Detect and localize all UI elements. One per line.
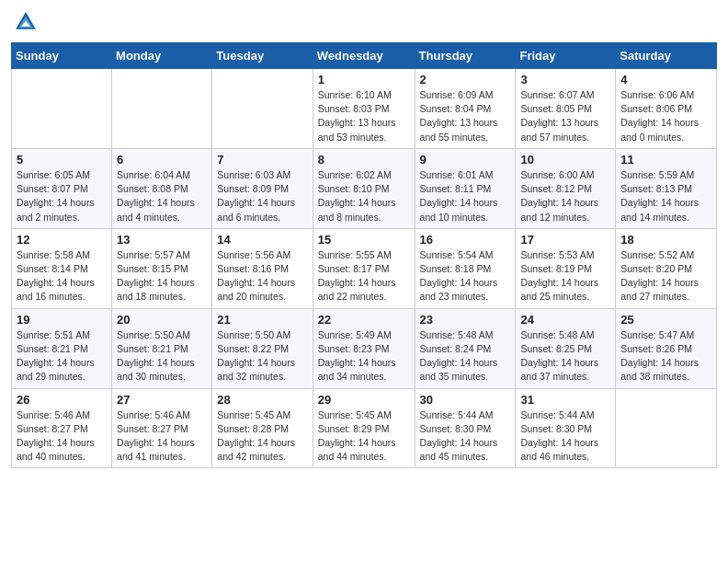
calendar-cell: 22Sunrise: 5:49 AM Sunset: 8:23 PM Dayli… (313, 308, 415, 388)
calendar-cell: 18Sunrise: 5:52 AM Sunset: 8:20 PM Dayli… (616, 228, 717, 308)
day-number: 2 (420, 73, 511, 86)
calendar-cell: 29Sunrise: 5:45 AM Sunset: 8:29 PM Dayli… (313, 388, 415, 468)
calendar-cell: 9Sunrise: 6:01 AM Sunset: 8:11 PM Daylig… (415, 148, 516, 228)
day-number: 22 (318, 313, 410, 327)
day-number: 13 (117, 233, 207, 247)
day-number: 9 (420, 153, 511, 167)
day-number: 25 (620, 313, 711, 327)
calendar-cell: 26Sunrise: 5:46 AM Sunset: 8:27 PM Dayli… (12, 388, 112, 468)
day-number: 18 (620, 233, 711, 247)
calendar-cell: 5Sunrise: 6:05 AM Sunset: 8:07 PM Daylig… (12, 148, 112, 228)
day-info: Sunrise: 5:47 AM Sunset: 8:26 PM Dayligh… (620, 328, 711, 385)
day-info: Sunrise: 5:50 AM Sunset: 8:21 PM Dayligh… (117, 328, 207, 385)
day-number: 30 (420, 393, 511, 407)
calendar-cell (12, 69, 112, 149)
day-info: Sunrise: 6:07 AM Sunset: 8:05 PM Dayligh… (520, 88, 610, 144)
day-number: 11 (620, 153, 711, 167)
calendar-cell: 24Sunrise: 5:48 AM Sunset: 8:25 PM Dayli… (516, 308, 616, 388)
calendar-week-row: 12Sunrise: 5:58 AM Sunset: 8:14 PM Dayli… (12, 228, 717, 308)
calendar-cell: 27Sunrise: 5:46 AM Sunset: 8:27 PM Dayli… (112, 388, 212, 468)
calendar-cell: 10Sunrise: 6:00 AM Sunset: 8:12 PM Dayli… (516, 148, 616, 228)
weekday-header-thursday: Thursday (415, 43, 516, 69)
calendar-cell: 21Sunrise: 5:50 AM Sunset: 8:22 PM Dayli… (212, 308, 313, 388)
day-info: Sunrise: 5:52 AM Sunset: 8:20 PM Dayligh… (620, 248, 711, 304)
day-number: 4 (620, 73, 711, 86)
day-info: Sunrise: 6:10 AM Sunset: 8:03 PM Dayligh… (318, 88, 410, 144)
calendar-week-row: 26Sunrise: 5:46 AM Sunset: 8:27 PM Dayli… (12, 388, 717, 468)
day-info: Sunrise: 5:46 AM Sunset: 8:27 PM Dayligh… (17, 408, 107, 465)
day-number: 29 (318, 393, 410, 407)
weekday-header-sunday: Sunday (12, 43, 112, 69)
day-number: 3 (520, 73, 610, 86)
day-number: 14 (217, 233, 307, 247)
header (11, 9, 717, 35)
calendar-cell (212, 69, 313, 149)
day-info: Sunrise: 6:00 AM Sunset: 8:12 PM Dayligh… (520, 168, 610, 224)
calendar-cell: 1Sunrise: 6:10 AM Sunset: 8:03 PM Daylig… (313, 69, 415, 149)
day-number: 23 (420, 313, 511, 327)
day-info: Sunrise: 6:05 AM Sunset: 8:07 PM Dayligh… (17, 168, 107, 224)
weekday-header-wednesday: Wednesday (313, 43, 415, 69)
calendar-cell: 14Sunrise: 5:56 AM Sunset: 8:16 PM Dayli… (212, 228, 313, 308)
day-info: Sunrise: 5:48 AM Sunset: 8:25 PM Dayligh… (520, 328, 610, 385)
day-number: 12 (17, 233, 107, 247)
calendar-cell: 19Sunrise: 5:51 AM Sunset: 8:21 PM Dayli… (12, 308, 112, 388)
calendar-week-row: 5Sunrise: 6:05 AM Sunset: 8:07 PM Daylig… (12, 148, 717, 228)
calendar-cell: 3Sunrise: 6:07 AM Sunset: 8:05 PM Daylig… (516, 69, 616, 149)
day-info: Sunrise: 5:59 AM Sunset: 8:13 PM Dayligh… (620, 168, 711, 224)
day-info: Sunrise: 6:06 AM Sunset: 8:06 PM Dayligh… (620, 88, 711, 144)
day-info: Sunrise: 6:03 AM Sunset: 8:09 PM Dayligh… (217, 168, 307, 224)
day-number: 27 (117, 393, 207, 407)
weekday-header-monday: Monday (112, 43, 212, 69)
weekday-header-friday: Friday (516, 43, 616, 69)
day-number: 19 (17, 313, 107, 327)
logo (11, 9, 40, 35)
calendar-cell: 20Sunrise: 5:50 AM Sunset: 8:21 PM Dayli… (112, 308, 212, 388)
calendar-cell: 31Sunrise: 5:44 AM Sunset: 8:30 PM Dayli… (516, 388, 616, 468)
day-number: 21 (217, 313, 307, 327)
day-number: 10 (520, 153, 610, 167)
day-number: 6 (117, 153, 207, 167)
day-info: Sunrise: 5:55 AM Sunset: 8:17 PM Dayligh… (318, 248, 410, 304)
day-info: Sunrise: 5:45 AM Sunset: 8:29 PM Dayligh… (318, 408, 410, 465)
calendar-cell: 4Sunrise: 6:06 AM Sunset: 8:06 PM Daylig… (616, 69, 717, 149)
calendar-cell: 17Sunrise: 5:53 AM Sunset: 8:19 PM Dayli… (516, 228, 616, 308)
day-number: 1 (318, 73, 410, 86)
day-info: Sunrise: 5:49 AM Sunset: 8:23 PM Dayligh… (318, 328, 410, 385)
calendar-cell: 15Sunrise: 5:55 AM Sunset: 8:17 PM Dayli… (313, 228, 415, 308)
day-number: 24 (520, 313, 610, 327)
day-number: 26 (17, 393, 107, 407)
calendar-cell: 6Sunrise: 6:04 AM Sunset: 8:08 PM Daylig… (112, 148, 212, 228)
day-number: 20 (117, 313, 207, 327)
calendar-cell: 7Sunrise: 6:03 AM Sunset: 8:09 PM Daylig… (212, 148, 313, 228)
day-info: Sunrise: 5:44 AM Sunset: 8:30 PM Dayligh… (520, 408, 610, 465)
day-info: Sunrise: 5:50 AM Sunset: 8:22 PM Dayligh… (217, 328, 307, 385)
day-number: 16 (420, 233, 511, 247)
day-number: 8 (318, 153, 410, 167)
calendar-week-row: 1Sunrise: 6:10 AM Sunset: 8:03 PM Daylig… (12, 69, 717, 149)
calendar-table: SundayMondayTuesdayWednesdayThursdayFrid… (11, 42, 717, 468)
day-info: Sunrise: 5:57 AM Sunset: 8:15 PM Dayligh… (117, 248, 207, 304)
calendar-cell (112, 69, 212, 149)
day-info: Sunrise: 5:56 AM Sunset: 8:16 PM Dayligh… (217, 248, 307, 304)
calendar-cell: 28Sunrise: 5:45 AM Sunset: 8:28 PM Dayli… (212, 388, 313, 468)
day-number: 31 (520, 393, 610, 407)
day-info: Sunrise: 5:51 AM Sunset: 8:21 PM Dayligh… (17, 328, 107, 385)
day-number: 5 (17, 153, 107, 167)
calendar-cell (616, 388, 717, 468)
day-number: 28 (217, 393, 307, 407)
weekday-header-row: SundayMondayTuesdayWednesdayThursdayFrid… (12, 43, 717, 69)
day-info: Sunrise: 5:53 AM Sunset: 8:19 PM Dayligh… (520, 248, 610, 304)
day-number: 15 (318, 233, 410, 247)
calendar-cell: 16Sunrise: 5:54 AM Sunset: 8:18 PM Dayli… (415, 228, 516, 308)
day-info: Sunrise: 6:01 AM Sunset: 8:11 PM Dayligh… (420, 168, 511, 224)
calendar-cell: 25Sunrise: 5:47 AM Sunset: 8:26 PM Dayli… (616, 308, 717, 388)
day-info: Sunrise: 5:58 AM Sunset: 8:14 PM Dayligh… (17, 248, 107, 304)
logo-icon (13, 9, 39, 35)
weekday-header-tuesday: Tuesday (212, 43, 313, 69)
day-number: 17 (520, 233, 610, 247)
calendar-cell: 11Sunrise: 5:59 AM Sunset: 8:13 PM Dayli… (616, 148, 717, 228)
day-info: Sunrise: 5:54 AM Sunset: 8:18 PM Dayligh… (420, 248, 511, 304)
calendar-cell: 2Sunrise: 6:09 AM Sunset: 8:04 PM Daylig… (415, 69, 516, 149)
day-number: 7 (217, 153, 307, 167)
